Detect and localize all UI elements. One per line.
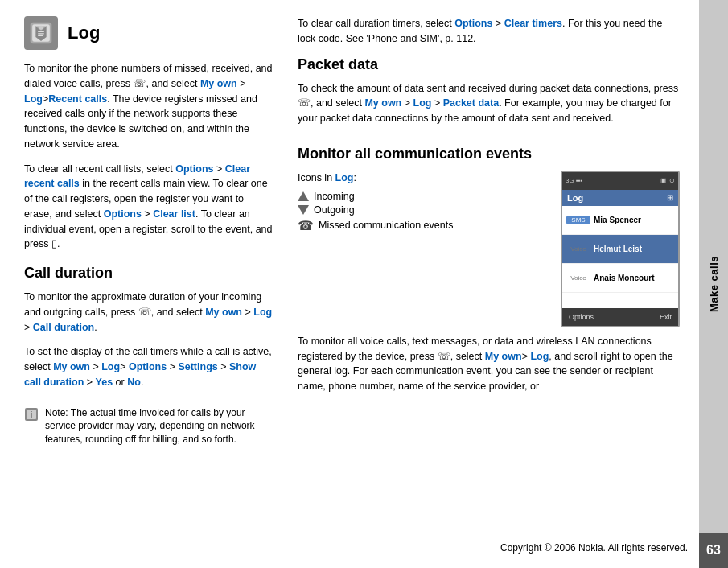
packet-data-heading: Packet data bbox=[298, 56, 680, 73]
phone-signal-icon: 3G ▪▪▪ bbox=[566, 177, 582, 184]
page-number-box: 63 bbox=[699, 533, 728, 568]
main-content: Log To monitor the phone numbers of miss… bbox=[0, 0, 699, 568]
icons-label: Icons in Log: bbox=[298, 171, 548, 186]
phone-name-2: Anais Moncourt bbox=[594, 274, 674, 282]
my-own-link-3: My own bbox=[53, 361, 90, 372]
note-text: Note: The actual time invoiced for calls… bbox=[45, 406, 274, 447]
voice-icon-2: Voice bbox=[566, 274, 590, 282]
packet-data-section: To clear call duration timers, select Op… bbox=[298, 16, 680, 136]
note-box: i Note: The actual time invoiced for cal… bbox=[24, 406, 274, 447]
phone-screenshot: 3G ▪▪▪ ▣ ⊙ Log ⊞ bbox=[561, 171, 680, 327]
voice-icon-1: Voice bbox=[566, 245, 590, 253]
call-duration-paragraph-2: To set the display of the call timers wh… bbox=[24, 344, 274, 389]
log-link-monitor: Log bbox=[335, 172, 354, 183]
outgoing-icon-item: Outgoing bbox=[298, 204, 548, 216]
yes-link: Yes bbox=[96, 377, 113, 388]
options-link-3: Options bbox=[129, 361, 167, 372]
copyright-suffix: All rights reserved. bbox=[606, 542, 688, 554]
packet-data-intro: To clear call duration timers, select Op… bbox=[298, 16, 680, 47]
phone-title-bar: Log ⊞ bbox=[562, 190, 678, 206]
monitor-body: To monitor all voice calls, text message… bbox=[298, 334, 680, 394]
missed-label: Missed communication events bbox=[319, 220, 453, 231]
phone-exit-button[interactable]: Exit bbox=[660, 313, 672, 321]
outgoing-arrow-icon bbox=[298, 205, 309, 215]
log-paragraph-2: To clear all recent call lists, select O… bbox=[24, 162, 274, 253]
my-own-link-4: My own bbox=[364, 97, 401, 109]
log-link-2: Log bbox=[253, 307, 272, 318]
monitor-section: Monitor all communication events Icons i… bbox=[298, 142, 680, 401]
call-duration-link: Call duration bbox=[33, 322, 94, 333]
page-number: 63 bbox=[706, 543, 721, 558]
my-own-link-2: My own bbox=[205, 307, 242, 318]
sidebar-label: Make calls bbox=[708, 256, 720, 312]
log-link-1: Log bbox=[24, 93, 43, 105]
phone-row-1: Voice Helmut Leist bbox=[562, 235, 678, 264]
options-link-2: Options bbox=[104, 208, 142, 220]
log-link-3: Log bbox=[101, 361, 120, 372]
call-duration-paragraph-1: To monitor the approximate duration of y… bbox=[24, 290, 274, 335]
recent-calls-link: Recent calls bbox=[48, 93, 107, 105]
note-icon: i bbox=[24, 407, 39, 422]
log-paragraph-1: To monitor the phone numbers of missed, … bbox=[24, 61, 274, 152]
svg-point-2 bbox=[39, 26, 43, 30]
phone-menu-icon: ⊞ bbox=[667, 193, 673, 202]
clear-timers-link: Clear timers bbox=[504, 18, 562, 29]
phone-top-icons: ⊞ bbox=[667, 193, 673, 202]
incoming-label: Incoming bbox=[314, 191, 355, 202]
log-header: Log bbox=[24, 16, 274, 50]
log-link-5: Log bbox=[530, 351, 549, 362]
incoming-icon-item: Incoming bbox=[298, 191, 548, 202]
icons-list: Icons in Log: Incoming Outgoing ☎ Missed… bbox=[298, 171, 548, 327]
phone-row-2: Voice Anais Moncourt bbox=[562, 264, 678, 293]
packet-data-link: Packet data bbox=[443, 97, 499, 109]
log-title: Log bbox=[68, 23, 100, 43]
sms-icon-0: SMS bbox=[566, 216, 590, 224]
no-link: No bbox=[127, 377, 141, 388]
phone-title-text: Log bbox=[567, 193, 583, 203]
my-own-link-1: My own bbox=[200, 78, 237, 89]
copyright-text: Copyright © 2006 Nokia. bbox=[500, 542, 606, 554]
options-link-clear: Options bbox=[454, 18, 492, 29]
incoming-arrow-icon bbox=[298, 191, 309, 201]
phone-options-button[interactable]: Options bbox=[569, 313, 594, 321]
my-own-link-5: My own bbox=[485, 351, 522, 362]
phone-top-bar: 3G ▪▪▪ ▣ ⊙ bbox=[562, 172, 678, 190]
options-link-1: Options bbox=[175, 163, 213, 175]
outgoing-label: Outgoing bbox=[314, 204, 355, 216]
icons-area: Icons in Log: Incoming Outgoing ☎ Missed… bbox=[298, 171, 680, 327]
clear-recent-calls-link: Clear recent calls bbox=[24, 163, 250, 190]
phone-battery-icon: ▣ bbox=[660, 177, 667, 184]
right-column: To clear call duration timers, select Op… bbox=[298, 16, 680, 552]
phone-bottom-bar: Options Exit bbox=[562, 308, 678, 326]
call-duration-heading: Call duration bbox=[24, 265, 274, 282]
packet-data-body: To check the amount of data sent and rec… bbox=[298, 81, 680, 126]
left-column: Log To monitor the phone numbers of miss… bbox=[24, 16, 274, 552]
phone-name-0: Mia Spencer bbox=[594, 216, 674, 224]
phone-row-0: SMS Mia Spencer bbox=[562, 206, 678, 235]
log-link-4: Log bbox=[413, 97, 432, 109]
settings-link: Settings bbox=[178, 361, 217, 372]
sidebar: Make calls 63 bbox=[699, 0, 728, 568]
missed-icon-item: ☎ Missed communication events bbox=[298, 218, 548, 233]
monitor-heading: Monitor all communication events bbox=[298, 146, 680, 163]
missed-phone-icon: ☎ bbox=[298, 218, 314, 233]
copyright: Copyright © 2006 Nokia. All rights reser… bbox=[500, 542, 688, 554]
phone-time-icon: ⊙ bbox=[669, 177, 675, 184]
clear-list-link: Clear list bbox=[153, 208, 195, 220]
log-icon bbox=[24, 16, 58, 50]
phone-list: SMS Mia Spencer Voice Helmut Leist Voice… bbox=[562, 206, 678, 308]
svg-text:i: i bbox=[31, 410, 33, 419]
phone-name-1: Helmut Leist bbox=[594, 245, 674, 253]
